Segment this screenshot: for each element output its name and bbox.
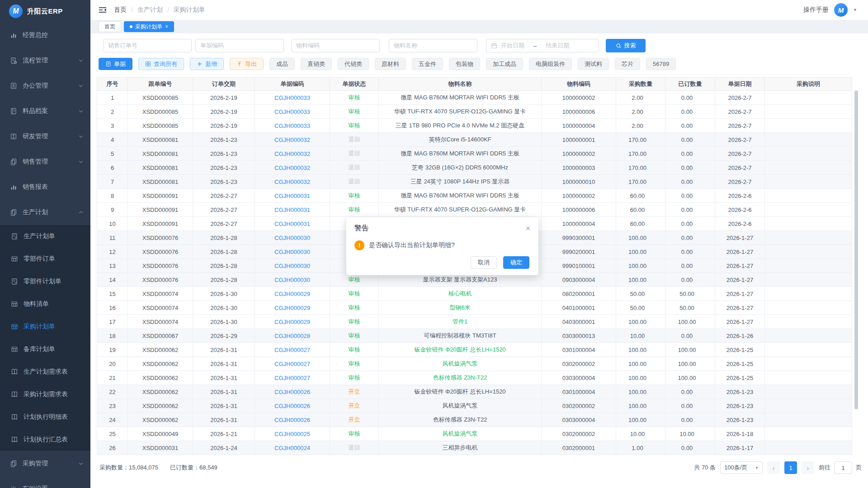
doc-code-link[interactable]: CGJH000029 (274, 305, 310, 311)
sidebar-item-0[interactable]: 经营总控 (0, 23, 90, 48)
sidebar-subitem-3[interactable]: 物料清单 (0, 293, 90, 315)
sidebar-subitem-5[interactable]: 备库计划单 (0, 338, 90, 361)
close-icon[interactable]: × (526, 225, 530, 232)
table-row[interactable]: 16 XSDD000074 2026-1-30 CGJH000029 审核 型钢… (97, 301, 852, 315)
action-0-button[interactable]: 单据 (99, 58, 132, 70)
sidebar-item-6[interactable]: 销售报表 (0, 174, 90, 200)
doc-code-link[interactable]: CGJH000033 (274, 122, 310, 129)
sidebar-item-3[interactable]: 料品档案 (0, 99, 90, 124)
table-row[interactable]: 17 XSDD000074 2026-1-30 CGJH000029 审核 管件… (97, 315, 852, 329)
next-page-button[interactable]: › (802, 461, 814, 474)
doc-code-link[interactable]: CGJH000032 (274, 136, 310, 143)
sidebar-item-1[interactable]: 流程管理 (0, 48, 90, 73)
cancel-button[interactable]: 取消 (471, 256, 497, 269)
table-row[interactable]: 15 XSDD000074 2026-1-30 CGJH000029 审核 核心… (97, 287, 852, 301)
goto-page-input[interactable] (834, 461, 852, 474)
sidebar-subitem-6[interactable]: 生产计划需求表 (0, 361, 90, 383)
sidebar-subitem-2[interactable]: 零部件计划单 (0, 270, 90, 293)
sidebar-item-8[interactable]: 采购管理 (0, 451, 90, 476)
doc-code-link[interactable]: CGJH000031 (274, 206, 310, 213)
doc-code-link[interactable]: CGJH000030 (274, 249, 310, 255)
vertical-scrollbar[interactable] (854, 90, 858, 409)
action-3-button[interactable]: 导出 (230, 58, 264, 70)
doc-code-link[interactable]: CGJH000032 (274, 164, 310, 171)
table-row[interactable]: 25 XSDD000049 2026-1-21 CGJH000025 审核 风机… (97, 427, 852, 441)
tab-0[interactable]: 首页 (99, 21, 121, 32)
table-row[interactable]: 7 XSDD000081 2026-1-23 CGJH000032 退回 三星 … (97, 175, 852, 189)
menu-fold-icon[interactable] (99, 7, 107, 13)
table-row[interactable]: 19 XSDD000062 2026-1-31 CGJH000027 审核 钣金… (97, 343, 852, 357)
doc-code-link[interactable]: CGJH000032 (274, 178, 310, 185)
avatar[interactable]: M (834, 3, 848, 17)
filter-input-1[interactable]: 单据编码 (195, 39, 284, 52)
doc-code-link[interactable]: CGJH000026 (274, 403, 310, 409)
category-原材料-button[interactable]: 原材料 (375, 58, 406, 70)
date-range-picker[interactable]: 开始日期 – 结束日期 (486, 39, 599, 52)
sidebar-item-2[interactable]: 办公管理 (0, 73, 90, 99)
doc-code-link[interactable]: CGJH000031 (274, 192, 310, 199)
prev-page-button[interactable]: ‹ (767, 461, 780, 474)
sidebar-subitem-1[interactable]: 零部件订单 (0, 248, 90, 270)
table-row[interactable]: 22 XSDD000062 2026-1-31 CGJH000026 开立 钣金… (97, 385, 852, 399)
category-56789-button[interactable]: 56789 (646, 58, 676, 70)
doc-code-link[interactable]: CGJH000029 (274, 291, 310, 297)
sidebar-item-5[interactable]: 销售管理 (0, 149, 90, 174)
table-row[interactable]: 26 XSDD000031 2026-1-24 CGJH000024 退回 三相… (97, 441, 852, 455)
table-row[interactable]: 24 XSDD000062 2026-1-31 CGJH000026 开立 色标… (97, 413, 852, 427)
chevron-down-icon[interactable]: ▼ (853, 8, 857, 12)
breadcrumb-production-plan[interactable]: 生产计划 (137, 6, 163, 14)
confirm-button[interactable]: 确定 (503, 256, 529, 269)
doc-code-link[interactable]: CGJH000029 (274, 319, 310, 325)
table-row[interactable]: 21 XSDD000062 2026-1-31 CGJH000027 审核 色标… (97, 371, 852, 385)
category-加工成品-button[interactable]: 加工成品 (486, 58, 523, 70)
doc-code-link[interactable]: CGJH000026 (274, 389, 310, 395)
table-row[interactable]: 4 XSDD000081 2026-1-23 CGJH000032 退回 英特尔… (97, 133, 852, 147)
table-row[interactable]: 1 XSDD000085 2026-2-19 CGJH000033 审核 微星 … (97, 91, 852, 105)
sidebar-subitem-7[interactable]: 采购计划需求表 (0, 383, 90, 406)
search-button[interactable]: 搜索 (606, 39, 646, 52)
table-row[interactable]: 20 XSDD000062 2026-1-31 CGJH000027 审核 风机… (97, 357, 852, 371)
doc-code-link[interactable]: CGJH000033 (274, 108, 310, 115)
doc-code-link[interactable]: CGJH000026 (274, 417, 310, 423)
doc-code-link[interactable]: CGJH000027 (274, 347, 310, 353)
category-代销类-button[interactable]: 代销类 (338, 58, 369, 70)
category-电脑组装件-button[interactable]: 电脑组装件 (529, 58, 572, 70)
doc-code-link[interactable]: CGJH000031 (274, 221, 310, 227)
category-芯片-button[interactable]: 芯片 (615, 58, 640, 70)
category-直销类-button[interactable]: 直销类 (301, 58, 332, 70)
sidebar-subitem-4[interactable]: 采购计划单 (0, 315, 90, 338)
action-1-button[interactable]: 查询所有 (138, 58, 184, 70)
current-page[interactable]: 1 (784, 461, 797, 474)
table-row[interactable]: 3 XSDD000085 2026-2-19 CGJH000033 审核 三星 … (97, 119, 852, 133)
doc-code-link[interactable]: CGJH000030 (274, 235, 310, 241)
table-row[interactable]: 18 XSDD000067 2026-1-29 CGJH000028 审核 可编… (97, 329, 852, 343)
table-row[interactable]: 6 XSDD000081 2026-1-23 CGJH000032 退回 芝奇 … (97, 161, 852, 175)
breadcrumb-home[interactable]: 首页 (114, 6, 127, 14)
doc-code-link[interactable]: CGJH000025 (274, 431, 310, 437)
sidebar-subitem-8[interactable]: 计划执行明细表 (0, 406, 90, 428)
doc-code-link[interactable]: CGJH000027 (274, 361, 310, 367)
doc-code-link[interactable]: CGJH000027 (274, 375, 310, 381)
table-row[interactable]: 9 XSDD000091 2026-2-27 CGJH000031 审核 华硕 … (97, 203, 852, 217)
category-五金件-button[interactable]: 五金件 (412, 58, 443, 70)
table-row[interactable]: 8 XSDD000091 2026-2-27 CGJH000031 审核 微星 … (97, 189, 852, 203)
doc-code-link[interactable]: CGJH000028 (274, 333, 310, 339)
doc-code-link[interactable]: CGJH000030 (274, 263, 310, 269)
category-测试料-button[interactable]: 测试料 (578, 58, 609, 70)
doc-code-link[interactable]: CGJH000030 (274, 277, 310, 283)
category-成品-button[interactable]: 成品 (269, 58, 295, 70)
filter-input-2[interactable]: 物料编码 (291, 39, 380, 52)
table-row[interactable]: 2 XSDD000085 2026-2-19 CGJH000033 审核 华硕 … (97, 105, 852, 119)
table-row[interactable]: 5 XSDD000081 2026-1-23 CGJH000032 退回 微星 … (97, 147, 852, 161)
filter-input-3[interactable]: 物料名称 (389, 39, 477, 52)
sidebar-item-7[interactable]: 生产计划 (0, 200, 90, 225)
doc-code-link[interactable]: CGJH000024 (274, 445, 310, 451)
page-size-select[interactable]: 100条/页 ▼ (720, 461, 763, 474)
doc-code-link[interactable]: CGJH000032 (274, 150, 310, 157)
manual-link[interactable]: 操作手册 (803, 6, 829, 14)
doc-code-link[interactable]: CGJH000033 (274, 94, 310, 101)
sidebar-item-4[interactable]: 研发管理 (0, 124, 90, 149)
sidebar-item-9[interactable]: 车间设置 (0, 476, 90, 488)
action-2-button[interactable]: 新增 (190, 58, 224, 70)
close-icon[interactable]: × (165, 23, 168, 30)
